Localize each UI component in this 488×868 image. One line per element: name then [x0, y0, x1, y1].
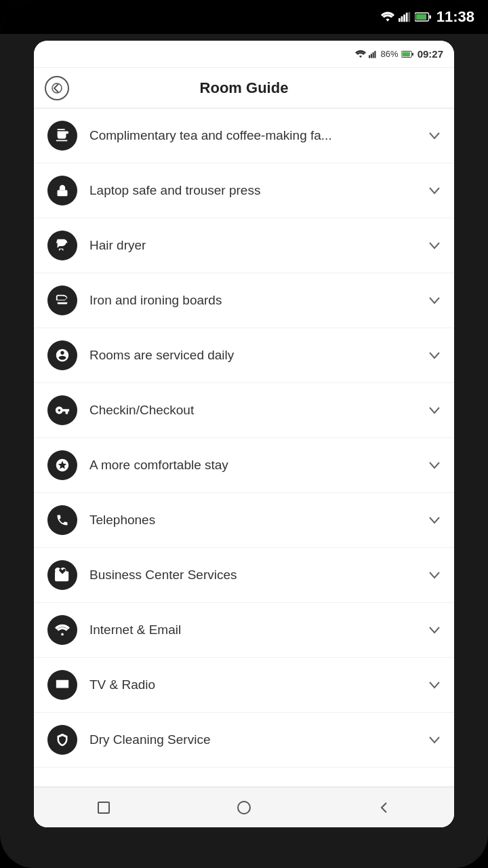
list-container: Complimentary tea and coffee-making fa..…: [34, 108, 454, 787]
service-icon: [47, 340, 77, 370]
outer-icons: [381, 12, 431, 22]
list-item-hair-dryer[interactable]: Hair dryer: [34, 218, 454, 273]
bottom-nav: [34, 787, 454, 827]
svg-rect-16: [58, 190, 68, 196]
svg-point-17: [61, 633, 64, 636]
chevron-icon-rooms-serviced: [428, 349, 441, 363]
cleaning-icon: [47, 725, 77, 755]
wifi-icon-inner: [355, 50, 366, 58]
list-item-label-tv-radio: TV & Radio: [89, 677, 428, 692]
list-item-checkin[interactable]: Checkin/Checkout: [34, 383, 454, 438]
inner-icons: 86%: [355, 49, 413, 59]
list-item-label-iron: Iron and ironing boards: [89, 293, 428, 308]
list-item-comfortable-stay[interactable]: A more comfortable stay: [34, 438, 454, 493]
svg-rect-18: [56, 680, 68, 688]
list-item-laptop-safe[interactable]: Laptop safe and trouser press: [34, 163, 454, 218]
list-item-tv-radio[interactable]: TV & Radio: [34, 658, 454, 713]
svg-rect-0: [399, 18, 401, 22]
list-item-label-laptop-safe: Laptop safe and trouser press: [89, 183, 428, 198]
battery-icon-inner: [401, 51, 413, 58]
back-nav-button[interactable]: [371, 794, 398, 821]
list-item-label-tea-coffee: Complimentary tea and coffee-making fa..…: [89, 128, 428, 143]
chevron-icon-telephones: [428, 513, 441, 528]
signal-icon-outer: [399, 12, 411, 22]
back-nav-icon: [376, 800, 392, 816]
inner-time: 09:27: [418, 48, 443, 60]
list-item-business-center[interactable]: Business Center Services: [34, 548, 454, 603]
svg-rect-9: [370, 54, 371, 58]
list-item-label-internet-email: Internet & Email: [89, 623, 428, 637]
svg-rect-3: [406, 13, 408, 22]
svg-rect-10: [372, 52, 373, 58]
list-item-internet-email[interactable]: Internet & Email: [34, 603, 454, 658]
wifi-icon: [47, 615, 77, 645]
svg-rect-6: [415, 14, 426, 20]
svg-rect-14: [412, 53, 413, 56]
service2-icon: [47, 450, 77, 480]
home-button[interactable]: [230, 794, 258, 821]
list-item-telephones[interactable]: Telephones: [34, 493, 454, 548]
chevron-icon-checkin: [428, 403, 441, 418]
chevron-icon-tea-coffee: [428, 129, 441, 143]
square-icon: [96, 800, 112, 816]
iron-icon: [47, 285, 77, 315]
list-item-label-telephones: Telephones: [89, 513, 428, 528]
circle-icon: [236, 800, 252, 816]
page-title: Room Guide: [200, 79, 289, 97]
coffee-icon: [47, 121, 77, 151]
list-item-label-comfortable-stay: A more comfortable stay: [89, 458, 428, 473]
chevron-icon-internet-email: [428, 623, 441, 637]
chevron-icon-dry-cleaning: [428, 733, 441, 747]
chevron-icon-tv-radio: [428, 678, 441, 692]
list-item-iron[interactable]: Iron and ironing boards: [34, 273, 454, 328]
wifi-icon-outer: [381, 12, 394, 22]
outer-status-bar: 11:38: [0, 0, 488, 34]
back-button[interactable]: [45, 76, 69, 100]
outer-time: 11:38: [436, 8, 474, 26]
business-icon: [47, 560, 77, 590]
screen: 86% 09:27 Room Guide Com: [34, 41, 454, 827]
list-item-label-hair-dryer: Hair dryer: [89, 238, 428, 253]
svg-rect-11: [374, 51, 375, 58]
list-item-label-checkin: Checkin/Checkout: [89, 403, 428, 418]
chevron-icon-iron: [428, 294, 441, 308]
list-item-label-dry-cleaning: Dry Cleaning Service: [89, 732, 428, 747]
tv-icon: [47, 670, 77, 700]
svg-rect-13: [402, 52, 410, 56]
app-header: Room Guide: [34, 68, 454, 108]
battery-percent-inner: 86%: [381, 49, 399, 59]
list-item-tea-coffee[interactable]: Complimentary tea and coffee-making fa..…: [34, 108, 454, 163]
list-item-dry-cleaning[interactable]: Dry Cleaning Service: [34, 713, 454, 768]
battery-icon-outer: [415, 12, 431, 22]
list-item-label-rooms-serviced: Rooms are serviced daily: [89, 348, 428, 363]
phone-shell: 11:38 86%: [0, 0, 488, 868]
list-item-rooms-serviced[interactable]: Rooms are serviced daily: [34, 328, 454, 383]
list-item-label-business-center: Business Center Services: [89, 568, 428, 583]
svg-rect-8: [369, 55, 370, 58]
chevron-icon-comfortable-stay: [428, 458, 441, 473]
svg-rect-4: [408, 12, 410, 22]
phone-icon: [47, 505, 77, 535]
back-arrow-icon: [52, 83, 62, 94]
chevron-icon-hair-dryer: [428, 239, 441, 253]
svg-rect-2: [403, 14, 405, 22]
recent-apps-button[interactable]: [90, 794, 117, 821]
svg-rect-7: [429, 15, 431, 18]
svg-rect-1: [401, 16, 403, 22]
svg-rect-19: [98, 802, 109, 813]
chevron-icon-laptop-safe: [428, 184, 441, 198]
key-icon: [47, 395, 77, 425]
lock-icon: [47, 176, 77, 205]
signal-icon-inner: [369, 50, 378, 58]
hairdryer-icon: [47, 231, 77, 260]
svg-point-20: [238, 802, 250, 814]
chevron-icon-business-center: [428, 568, 441, 583]
inner-status-bar: 86% 09:27: [34, 41, 454, 68]
